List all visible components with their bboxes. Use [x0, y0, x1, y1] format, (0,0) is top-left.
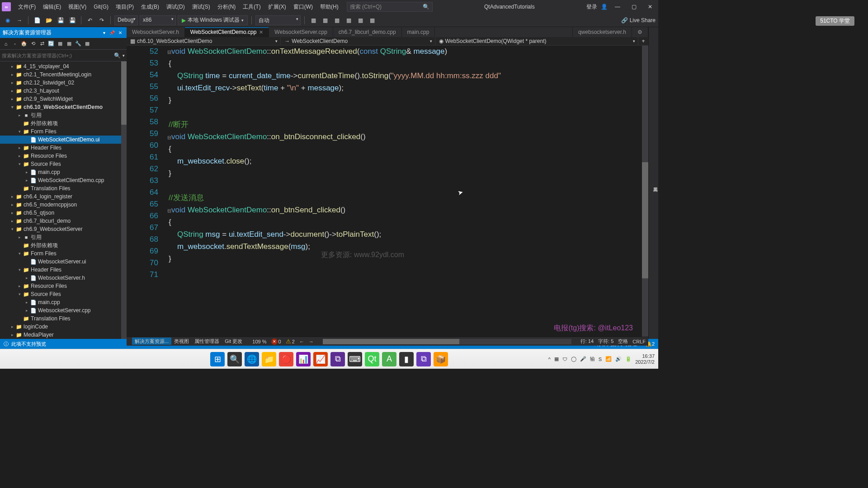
menu-生成(B)[interactable]: 生成(B) — [137, 2, 163, 12]
panel-pin-icon[interactable]: 📌 — [108, 29, 116, 36]
wrench-icon[interactable]: 🔧 — [74, 40, 82, 48]
tree-item[interactable]: ▸📁ch6.7_libcurl_demo — [0, 217, 127, 225]
tree-item[interactable]: ▸📁Resource Files — [0, 152, 127, 160]
open-icon[interactable]: 📂 — [44, 15, 54, 25]
tray-chevron-icon[interactable]: ^ — [548, 357, 551, 362]
nav-plus-icon[interactable]: + — [638, 38, 648, 44]
tree-item[interactable]: ▸📄main.cpp — [0, 168, 127, 176]
tray-icon-2[interactable]: 🛡 — [562, 357, 567, 362]
menu-分析(N)[interactable]: 分析(N) — [214, 2, 240, 12]
tree-item[interactable]: ▸📁ch6.5_moderncppjson — [0, 201, 127, 209]
tree-item[interactable]: ▾📁Form Files — [0, 249, 127, 258]
taskbar-app[interactable]: Qt — [365, 352, 379, 366]
tab-close-icon[interactable]: ✕ — [259, 29, 263, 35]
minimize-button[interactable]: — — [611, 0, 624, 13]
menu-文件(F)[interactable]: 文件(F) — [14, 2, 39, 12]
scope-combo[interactable]: ▦ch6.10_WebSocketClientDemo — [127, 37, 281, 45]
taskbar-app[interactable]: ⧉ — [330, 352, 345, 366]
editor-hscroll[interactable] — [323, 339, 571, 344]
taskbar-app[interactable]: 📈 — [313, 352, 328, 366]
menu-调试(D)[interactable]: 调试(D) — [163, 2, 189, 12]
tb-e-icon[interactable]: ▦ — [56, 40, 64, 48]
editor-tab[interactable]: WebsocketServer.cpp — [269, 27, 333, 37]
tree-item[interactable]: 📁外部依赖项 — [0, 119, 127, 127]
save-icon[interactable]: 💾 — [56, 15, 66, 25]
tree-item[interactable]: ▸■引用 — [0, 233, 127, 241]
tab-gear-icon[interactable]: ⚙ — [632, 27, 648, 37]
warning-icon[interactable]: ⚠ — [286, 338, 291, 345]
platform-combo[interactable]: x86 — [140, 15, 176, 25]
tb-icon-2[interactable]: ▦ — [320, 15, 330, 25]
tree-item[interactable]: ▾📁Source Files — [0, 290, 127, 298]
zoom-level[interactable]: 109 % — [252, 339, 266, 344]
nav-back-small[interactable]: ← — [299, 339, 304, 344]
code-editor[interactable]: 5253545556575859606162636465666768697071… — [127, 46, 648, 337]
tree-item[interactable]: ▸📄WebSocketClientDemo.cpp — [0, 176, 127, 184]
tree-item[interactable]: ▾📁ch6.10_WebSocketClientDemo — [0, 103, 127, 111]
live-share-button[interactable]: 🔗Live Share — [621, 17, 656, 23]
panel-close-icon[interactable]: ✕ — [117, 29, 124, 36]
tray-volume-icon[interactable]: 🔊 — [615, 356, 622, 362]
error-icon[interactable]: ✕ — [271, 338, 278, 345]
tb-icon-3[interactable]: ▦ — [332, 15, 342, 25]
tree-item[interactable]: ▸📁ch6.4_login_register — [0, 192, 127, 201]
taskbar-app[interactable]: 🔴 — [279, 352, 293, 366]
menu-项目(P)[interactable]: 项目(P) — [112, 2, 137, 12]
tb-d-icon[interactable]: ⇄ — [38, 40, 46, 48]
taskbar-app[interactable]: 📊 — [296, 352, 311, 366]
tree-item[interactable]: ▾📁ch6.9_WebsocketServer — [0, 225, 127, 233]
panel-search[interactable]: 🔍▾ — [0, 50, 127, 61]
menu-Git(G)[interactable]: Git(G) — [90, 2, 112, 12]
tree-item[interactable]: 📄WebsocketServer.ui — [0, 258, 127, 266]
bottom-tab[interactable]: Git 更改 — [222, 338, 245, 345]
menu-帮助(H)[interactable]: 帮助(H) — [316, 2, 342, 12]
taskbar-app[interactable]: ⊞ — [210, 352, 225, 366]
tree-item[interactable]: ▸📁ch6.5_qtjson — [0, 209, 127, 217]
taskbar-app[interactable]: 📦 — [434, 352, 448, 366]
tb-g-icon[interactable]: ▦ — [83, 40, 91, 48]
tree-item[interactable]: ▸📁4_15_vlcplayer_04 — [0, 62, 127, 70]
tree-item[interactable]: ▸📁loginCode — [0, 323, 127, 331]
menu-视图(V)[interactable]: 视图(V) — [65, 2, 90, 12]
code-body[interactable]: ⊟void WebSocketClientDemo::onTextMessage… — [167, 46, 642, 337]
new-icon[interactable]: 📄 — [32, 15, 42, 25]
taskbar-app[interactable]: 🔍 — [227, 352, 242, 366]
class-combo[interactable]: →WebSocketClientDemo — [281, 37, 435, 45]
save-all-icon[interactable]: 💾 — [67, 15, 77, 25]
tb-f-icon[interactable]: ▦ — [65, 40, 73, 48]
tree-scrollbar[interactable] — [121, 61, 127, 339]
menu-扩展(X)[interactable]: 扩展(X) — [264, 2, 290, 12]
tree-item[interactable]: ▸📄WebsocketServer.cpp — [0, 306, 127, 314]
tree-item[interactable]: ▸■引用 — [0, 111, 127, 119]
tree-item[interactable]: 📁外部依赖项 — [0, 241, 127, 249]
start-debug-button[interactable]: ▶本地 Windows 调试器▾ — [178, 15, 248, 25]
indent-mode[interactable]: 空格 — [618, 338, 628, 345]
taskbar-app[interactable]: 📁 — [262, 352, 276, 366]
tree-item[interactable]: ▸📁ch2.12_listwidget_02 — [0, 79, 127, 87]
solution-tree[interactable]: ▸📁4_15_vlcplayer_04▸📁ch2.1_TencentMeetin… — [0, 61, 127, 339]
system-tray[interactable]: ^ ▦ 🛡 ◯ 🎤 输 S 📶 🔊 🔋 16:372022/7/2 — [548, 353, 655, 365]
editor-tab[interactable]: WebSocketClientDemo.cpp✕ — [185, 27, 269, 37]
tree-item[interactable]: ▾📁Header Files — [0, 266, 127, 274]
taskbar-app[interactable]: ⌨ — [348, 352, 362, 366]
tray-clock[interactable]: 16:372022/7/2 — [635, 353, 655, 365]
config-combo[interactable]: Debug — [114, 15, 138, 25]
tree-item[interactable]: ▾📁Form Files — [0, 127, 127, 136]
tree-item[interactable]: ▸📄main.cpp — [0, 298, 127, 306]
global-search[interactable]: 搜索 (Ctrl+Q) 🔍 — [347, 2, 433, 12]
taskbar-app[interactable]: 🌐 — [245, 352, 259, 366]
undo-icon[interactable]: ↶ — [85, 15, 95, 25]
tb-icon-6[interactable]: ▦ — [367, 15, 377, 25]
tree-item[interactable]: ▸📁Resource Files — [0, 282, 127, 290]
tree-item[interactable]: ▸📁Header Files — [0, 144, 127, 152]
tree-item[interactable]: ▸📁ch2.3_hLayout — [0, 87, 127, 95]
right-toolwindows[interactable]: 工具箱 — [648, 27, 658, 339]
panel-dropdown-icon[interactable]: ▾ — [100, 29, 108, 36]
redo-icon[interactable]: ↷ — [97, 15, 107, 25]
taskbar-app[interactable]: ⧉ — [416, 352, 431, 366]
tree-item[interactable]: ▸📄WebsocketServer.h — [0, 274, 127, 282]
home-icon[interactable]: ⌂ — [2, 40, 10, 48]
tb-icon-5[interactable]: ▦ — [355, 15, 365, 25]
tree-item[interactable]: ▸📁ch2.9_SwitchWidget — [0, 95, 127, 103]
bottom-tab[interactable]: 解决方案资源... — [132, 338, 171, 345]
